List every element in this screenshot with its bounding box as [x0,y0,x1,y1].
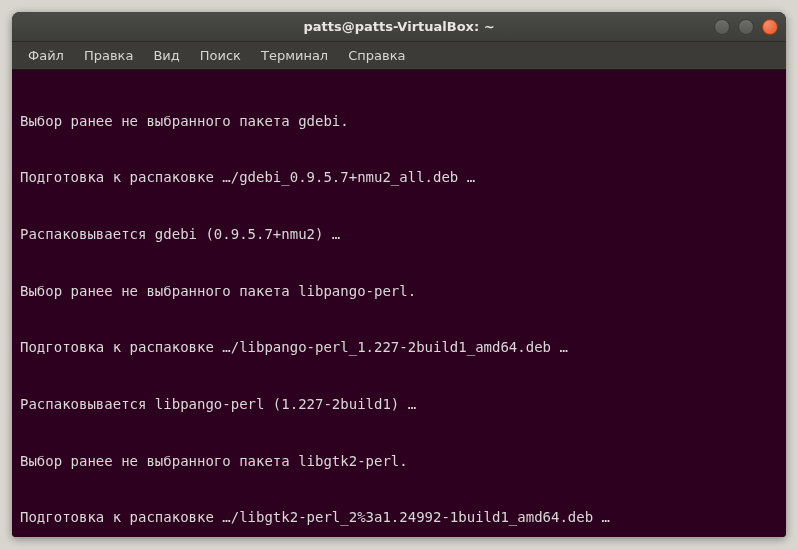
terminal-line: Выбор ранее не выбранного пакета libgtk2… [20,452,778,471]
menu-edit[interactable]: Правка [76,44,141,67]
menu-help[interactable]: Справка [340,44,413,67]
menu-view[interactable]: Вид [145,44,187,67]
terminal-line: Распаковывается gdebi (0.9.5.7+nmu2) … [20,225,778,244]
minimize-button[interactable] [714,19,730,35]
window-title: patts@patts-VirtualBox: ~ [303,19,494,34]
terminal-line: Распаковывается libpango-perl (1.227-2bu… [20,395,778,414]
terminal-line: Выбор ранее не выбранного пакета gdebi. [20,112,778,131]
menubar: Файл Правка Вид Поиск Терминал Справка [12,42,786,70]
terminal-output[interactable]: Выбор ранее не выбранного пакета gdebi. … [12,70,786,537]
terminal-line: Выбор ранее не выбранного пакета libpang… [20,282,778,301]
menu-terminal[interactable]: Терминал [253,44,336,67]
menu-search[interactable]: Поиск [192,44,249,67]
titlebar: patts@patts-VirtualBox: ~ [12,12,786,42]
terminal-line: Подготовка к распаковке …/libgtk2-perl_2… [20,508,778,527]
terminal-line: Подготовка к распаковке …/libpango-perl_… [20,338,778,357]
window-controls [714,19,778,35]
maximize-button[interactable] [738,19,754,35]
terminal-window: patts@patts-VirtualBox: ~ Файл Правка Ви… [12,12,786,537]
menu-file[interactable]: Файл [20,44,72,67]
close-button[interactable] [762,19,778,35]
terminal-line: Подготовка к распаковке …/gdebi_0.9.5.7+… [20,168,778,187]
